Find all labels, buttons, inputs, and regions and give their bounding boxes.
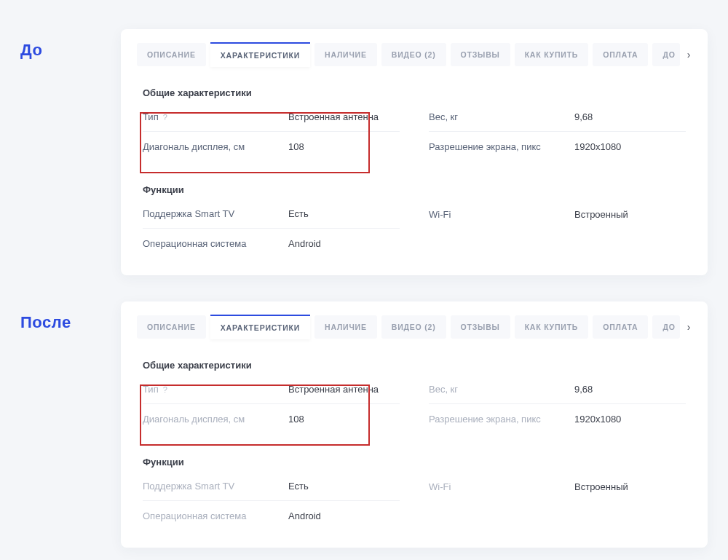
tab-video[interactable]: ВИДЕО (2) bbox=[381, 43, 446, 66]
spec-val: 108 bbox=[288, 414, 400, 425]
spec-val: 1920x1080 bbox=[574, 414, 686, 425]
help-icon[interactable]: ? bbox=[163, 385, 167, 394]
tab-description[interactable]: ОПИСАНИЕ bbox=[137, 315, 206, 339]
spec-key: Диагональ дисплея, см bbox=[143, 141, 288, 152]
spec-key: Поддержка Smart TV bbox=[143, 481, 288, 492]
tab-availability[interactable]: НАЛИЧИЕ bbox=[314, 315, 377, 339]
tab-payment[interactable]: ОПЛАТА bbox=[593, 315, 648, 339]
spec-key: Разрешение экрана, пикс bbox=[429, 141, 574, 152]
spec-row: Вес, кг 9,68 bbox=[429, 103, 686, 132]
spec-key: Вес, кг bbox=[429, 384, 574, 395]
spec-key: Тип ? bbox=[143, 111, 288, 122]
spec-row: Тип ? Встроенная антенна bbox=[143, 103, 400, 132]
tab-specs[interactable]: ХАРАКТЕРИСТИКИ bbox=[210, 42, 310, 67]
spec-row: Поддержка Smart TV Есть bbox=[143, 200, 400, 229]
tab-howtobuy[interactable]: КАК КУПИТЬ bbox=[515, 315, 589, 339]
before-content: .highlight::after{top:34px} Общие характ… bbox=[121, 87, 708, 258]
tab-availability[interactable]: НАЛИЧИЕ bbox=[314, 43, 377, 66]
spec-grid-functions: Поддержка Smart TV Есть Операционная сис… bbox=[143, 472, 686, 530]
spec-val: 108 bbox=[288, 141, 400, 152]
spec-grid-general: Тип ? Встроенная антенна Диагональ диспл… bbox=[143, 375, 686, 433]
spec-val: Есть bbox=[288, 208, 400, 219]
spec-row: Разрешение экрана, пикс 1920x1080 bbox=[429, 132, 686, 161]
after-row: После ОПИСАНИЕ ХАРАКТЕРИСТИКИ НАЛИЧИЕ ВИ… bbox=[20, 301, 708, 548]
tab-partial[interactable]: ДО bbox=[652, 315, 679, 339]
tab-howtobuy[interactable]: КАК КУПИТЬ bbox=[515, 43, 589, 66]
spec-val: Есть bbox=[288, 481, 400, 492]
chevron-right-icon[interactable]: › bbox=[684, 49, 694, 60]
tab-reviews[interactable]: ОТЗЫВЫ bbox=[451, 43, 510, 66]
spec-row: Поддержка Smart TV Есть bbox=[143, 472, 400, 501]
spec-row: Wi-Fi Встроенный bbox=[429, 472, 686, 501]
section-title-general: Общие характеристики bbox=[143, 360, 686, 371]
spec-row: Операционная система Android bbox=[143, 501, 400, 530]
tab-payment[interactable]: ОПЛАТА bbox=[593, 43, 648, 66]
section-title-general: Общие характеристики bbox=[143, 87, 686, 98]
tab-description[interactable]: ОПИСАНИЕ bbox=[137, 43, 206, 66]
before-label: До bbox=[20, 29, 100, 60]
spec-row: Wi-Fi Встроенный bbox=[429, 200, 686, 229]
spec-row: Разрешение экрана, пикс 1920x1080 bbox=[429, 404, 686, 433]
spec-val: Android bbox=[288, 238, 400, 249]
spec-row: Диагональ дисплея, см 108 bbox=[143, 132, 400, 161]
spec-val: Встроенная антенна bbox=[288, 111, 400, 122]
spec-val: Встроенная антенна bbox=[288, 384, 400, 395]
spec-key: Разрешение экрана, пикс bbox=[429, 414, 574, 425]
spec-row: Диагональ дисплея, см 108 bbox=[143, 404, 400, 433]
tab-partial[interactable]: ДО bbox=[652, 43, 679, 66]
spec-grid-general: Тип ? Встроенная антенна Диагональ диспл… bbox=[143, 103, 686, 161]
spec-row: Вес, кг 9,68 bbox=[429, 375, 686, 404]
section-title-functions: Функции bbox=[143, 457, 686, 468]
tab-reviews[interactable]: ОТЗЫВЫ bbox=[451, 315, 510, 339]
tab-specs[interactable]: ХАРАКТЕРИСТИКИ bbox=[210, 315, 310, 339]
spec-key: Вес, кг bbox=[429, 111, 574, 122]
after-label: После bbox=[20, 301, 100, 332]
spec-key: Поддержка Smart TV bbox=[143, 208, 288, 219]
spec-key: Операционная система bbox=[143, 238, 288, 249]
help-icon[interactable]: ? bbox=[163, 113, 167, 122]
tab-video[interactable]: ВИДЕО (2) bbox=[381, 315, 446, 339]
spec-val: 9,68 bbox=[574, 384, 686, 395]
spec-key: Операционная система bbox=[143, 510, 288, 521]
spec-val: Встроенный bbox=[574, 209, 686, 220]
spec-val: 9,68 bbox=[574, 111, 686, 122]
before-card: ОПИСАНИЕ ХАРАКТЕРИСТИКИ НАЛИЧИЕ ВИДЕО (2… bbox=[121, 29, 708, 275]
spec-val: Android bbox=[288, 510, 400, 521]
spec-key: Wi-Fi bbox=[429, 209, 574, 220]
spec-grid-functions: Поддержка Smart TV Есть Операционная сис… bbox=[143, 200, 686, 258]
section-title-functions: Функции bbox=[143, 184, 686, 195]
spec-key: Тип ? bbox=[143, 384, 288, 395]
tabs-after: ОПИСАНИЕ ХАРАКТЕРИСТИКИ НАЛИЧИЕ ВИДЕО (2… bbox=[121, 315, 708, 352]
after-card: ОПИСАНИЕ ХАРАКТЕРИСТИКИ НАЛИЧИЕ ВИДЕО (2… bbox=[121, 301, 708, 548]
spec-val: 1920x1080 bbox=[574, 141, 686, 152]
spec-key: Wi-Fi bbox=[429, 481, 574, 492]
spec-val: Встроенный bbox=[574, 481, 686, 492]
spec-row: Операционная система Android bbox=[143, 229, 400, 258]
spec-key: Диагональ дисплея, см bbox=[143, 414, 288, 425]
spec-row: Тип ? Встроенная антенна bbox=[143, 375, 400, 404]
before-row: До ОПИСАНИЕ ХАРАКТЕРИСТИКИ НАЛИЧИЕ ВИДЕО… bbox=[20, 29, 708, 275]
after-content: Общие характеристики Тип ? Встроенная ан… bbox=[121, 360, 708, 530]
chevron-right-icon[interactable]: › bbox=[684, 321, 694, 333]
tabs-before: ОПИСАНИЕ ХАРАКТЕРИСТИКИ НАЛИЧИЕ ВИДЕО (2… bbox=[121, 42, 708, 80]
